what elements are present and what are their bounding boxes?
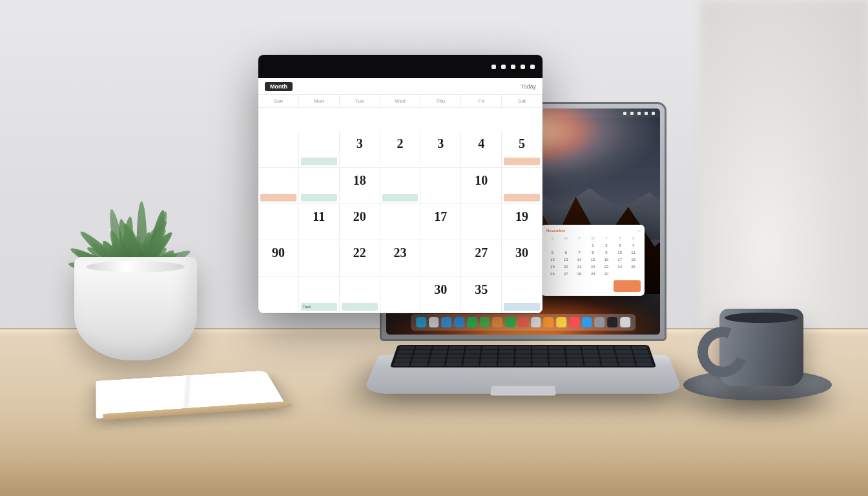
dock-app-facetime[interactable] — [505, 317, 515, 327]
popover-day-cell[interactable]: 19 — [546, 264, 559, 269]
dock-app-system-settings[interactable] — [595, 317, 605, 327]
popover-day-cell[interactable]: 22 — [587, 264, 599, 269]
titlebar-icon[interactable] — [501, 65, 506, 69]
calendar-day-cell[interactable]: 11 — [299, 204, 340, 240]
calendar-event-chip[interactable]: Task — [301, 303, 337, 311]
calendar-titlebar[interactable] — [258, 55, 542, 78]
popover-day-cell[interactable]: 28 — [574, 271, 586, 276]
popover-day-cell[interactable]: 7 — [574, 249, 586, 255]
popover-day-cell[interactable]: 17 — [614, 256, 626, 262]
titlebar-icon[interactable] — [491, 65, 496, 69]
calendar-day-cell[interactable] — [380, 277, 421, 313]
calendar-day-cell[interactable]: 4 — [461, 131, 502, 167]
popover-day-cell[interactable] — [546, 242, 559, 248]
calendar-day-cell[interactable]: 5 — [502, 131, 542, 167]
calendar-day-cell[interactable] — [258, 131, 299, 167]
popover-day-cell[interactable]: 2 — [600, 242, 612, 248]
calendar-day-cell[interactable]: 3 — [340, 131, 380, 167]
calendar-day-cell[interactable] — [258, 204, 299, 240]
titlebar-icon[interactable] — [530, 65, 535, 69]
popover-day-cell[interactable] — [627, 271, 639, 276]
popover-day-cell[interactable]: 26 — [546, 271, 559, 276]
calendar-window[interactable]: Month Today SunMonTueWedThuFriSat3234518… — [258, 55, 542, 313]
calendar-day-cell[interactable]: 30 — [420, 277, 461, 313]
calendar-day-cell[interactable]: 3 — [420, 131, 461, 167]
dock-app-music[interactable] — [569, 317, 579, 327]
popover-day-cell[interactable]: 29 — [587, 271, 599, 276]
macos-dock[interactable] — [411, 314, 636, 331]
popover-day-cell[interactable]: 25 — [627, 264, 639, 269]
calendar-event-chip[interactable] — [301, 194, 337, 202]
dock-app-maps[interactable] — [480, 317, 490, 327]
calendar-day-cell[interactable] — [380, 168, 421, 204]
calendar-day-cell[interactable] — [299, 240, 340, 276]
dock-app-terminal[interactable] — [607, 317, 617, 327]
popover-day-cell[interactable]: 11 — [627, 249, 639, 255]
calendar-day-cell[interactable] — [258, 168, 299, 204]
dock-app-notes[interactable] — [556, 317, 566, 327]
dock-app-messages[interactable] — [467, 317, 477, 327]
calendar-day-cell[interactable]: 17 — [420, 204, 461, 240]
popover-day-cell[interactable]: 12 — [546, 256, 559, 262]
calendar-event-chip[interactable] — [342, 303, 378, 311]
popover-day-cell[interactable]: 30 — [600, 271, 612, 276]
calendar-day-cell[interactable] — [502, 277, 542, 313]
calendar-day-cell[interactable]: 90 — [258, 240, 299, 276]
view-switch-month[interactable]: Month — [265, 82, 293, 91]
calendar-day-cell[interactable] — [461, 204, 502, 240]
calendar-day-cell[interactable]: 35 — [461, 277, 502, 313]
calendar-event-chip[interactable] — [301, 158, 337, 165]
dock-app-finder[interactable] — [416, 317, 426, 327]
popover-day-cell[interactable] — [560, 242, 572, 248]
popover-day-cell[interactable]: 23 — [600, 264, 612, 269]
calendar-day-cell[interactable] — [502, 168, 542, 204]
today-button[interactable]: Today — [521, 83, 536, 90]
dock-app-mail[interactable] — [454, 317, 464, 327]
dock-app-safari[interactable] — [442, 317, 452, 327]
calendar-day-cell[interactable]: 27 — [461, 240, 502, 276]
calendar-popover[interactable]: November › SMTWTFS1234567891011121314151… — [541, 225, 645, 296]
dock-app-photos[interactable] — [493, 317, 503, 327]
popover-day-cell[interactable]: 6 — [560, 249, 572, 255]
calendar-day-cell[interactable] — [299, 131, 340, 167]
calendar-day-cell[interactable] — [420, 240, 461, 276]
calendar-event-chip[interactable] — [504, 194, 540, 202]
search-icon[interactable] — [637, 112, 641, 115]
clock-icon[interactable] — [652, 112, 655, 115]
calendar-day-cell[interactable]: 20 — [340, 204, 380, 240]
popover-day-cell[interactable]: 9 — [600, 249, 612, 255]
popover-day-cell[interactable]: 24 — [614, 264, 626, 269]
calendar-event-chip[interactable] — [504, 303, 540, 311]
calendar-day-cell[interactable]: 19 — [502, 204, 542, 240]
wifi-icon[interactable] — [623, 112, 626, 115]
titlebar-icon[interactable] — [521, 65, 525, 69]
calendar-day-cell[interactable]: 18 — [340, 168, 380, 204]
calendar-day-cell[interactable] — [420, 168, 461, 204]
popover-day-cell[interactable]: 16 — [600, 256, 612, 262]
calendar-day-cell[interactable] — [380, 204, 421, 240]
popover-day-cell[interactable]: 3 — [614, 242, 626, 248]
calendar-day-cell[interactable]: 22 — [340, 240, 380, 276]
battery-icon[interactable] — [630, 112, 634, 115]
popover-day-cell[interactable]: 14 — [574, 256, 586, 262]
dock-app-reminders[interactable] — [544, 317, 554, 327]
calendar-day-cell[interactable]: 10 — [461, 168, 502, 204]
control-center-icon[interactable] — [645, 112, 648, 115]
titlebar-icon[interactable] — [511, 65, 515, 69]
calendar-event-chip[interactable] — [260, 194, 296, 202]
calendar-day-cell[interactable]: 23 — [380, 240, 421, 276]
calendar-day-cell[interactable]: Task — [299, 277, 340, 313]
popover-open-button[interactable] — [614, 280, 641, 292]
dock-app-app-store[interactable] — [582, 317, 592, 327]
calendar-day-cell[interactable] — [299, 168, 340, 204]
calendar-event-chip[interactable] — [504, 158, 540, 165]
calendar-event-chip[interactable] — [382, 194, 418, 202]
popover-day-cell[interactable] — [574, 242, 586, 248]
popover-day-cell[interactable]: 4 — [627, 242, 639, 248]
popover-day-cell[interactable]: 10 — [614, 249, 626, 255]
popover-day-cell[interactable]: 15 — [587, 256, 599, 262]
popover-day-cell[interactable]: 13 — [560, 256, 572, 262]
dock-app-calendar[interactable] — [518, 317, 528, 327]
dock-app-trash[interactable] — [620, 317, 630, 327]
popover-day-cell[interactable]: 20 — [560, 264, 572, 269]
